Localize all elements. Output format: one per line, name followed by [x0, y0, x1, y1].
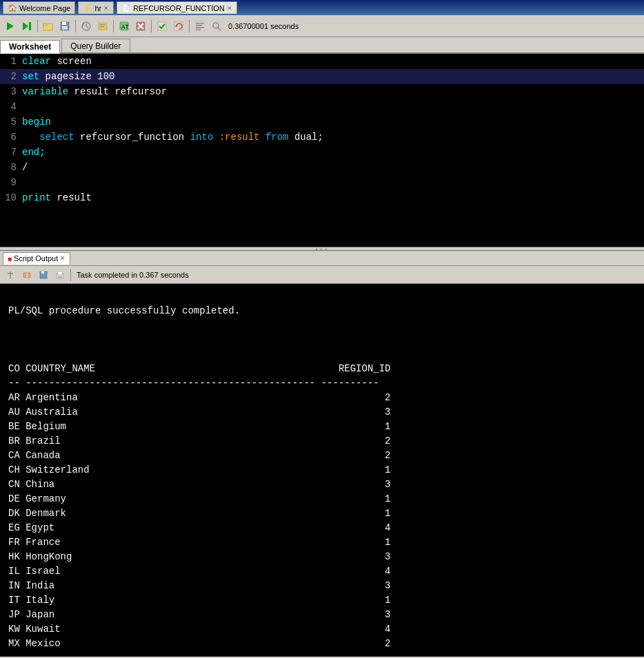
search-icon [211, 21, 222, 32]
line-number: 5 [0, 116, 22, 127]
history-icon [81, 21, 92, 32]
autotrace-button[interactable]: AT [117, 19, 132, 34]
output-status: Task completed in 0.367 seconds [77, 271, 189, 279]
output-tab-close[interactable]: ✕ [60, 255, 66, 262]
tab-refcursor-close[interactable]: ✕ [227, 5, 232, 12]
line-number: 2 [0, 71, 22, 82]
svg-rect-33 [58, 271, 62, 275]
line-content: print result [22, 192, 92, 203]
tab-query-builder[interactable]: Query Builder [61, 39, 130, 52]
line-content: variable result refcursor [22, 86, 167, 97]
tab-welcome[interactable]: 🏠 Welcome Page [3, 1, 75, 14]
eraser-icon [22, 270, 32, 280]
run-script-button[interactable] [19, 19, 34, 34]
svg-line-25 [218, 28, 221, 30]
pin-button[interactable] [3, 267, 18, 282]
history-button[interactable] [79, 19, 94, 34]
sep2 [75, 20, 76, 32]
output-tab-script[interactable]: ■ Script Output ✕ [3, 252, 70, 265]
line-number: 10 [0, 192, 22, 203]
output-content[interactable]: PL/SQL procedure successfully completed.… [0, 284, 644, 657]
explain-button[interactable] [95, 19, 110, 34]
sep5 [189, 20, 190, 32]
rollback-icon [173, 21, 184, 32]
open-button[interactable] [41, 19, 56, 34]
svg-text:AT: AT [121, 24, 129, 31]
editor-lines: 1clear screen2set pagesize 1003variable … [0, 54, 644, 247]
line-content: clear screen [22, 56, 92, 67]
line-content: end; [22, 147, 46, 158]
sep3 [113, 20, 114, 32]
autotrace-icon: AT [119, 21, 130, 32]
tab-worksheet[interactable]: Worksheet [0, 40, 60, 54]
tab-refcursor-label: REFCURSOR_FUNCTION [133, 4, 225, 12]
tab-hr-close[interactable]: ✕ [103, 5, 109, 12]
open-icon [43, 21, 54, 32]
save-output-icon [39, 270, 48, 280]
print-button[interactable] [52, 267, 68, 282]
pin-icon [6, 270, 15, 280]
line-number: 8 [0, 162, 22, 173]
timing-text: 0.36700001 seconds [228, 22, 299, 30]
line-content: select refcursor_function into :result f… [22, 132, 323, 143]
tab-hr-label: hr [94, 4, 101, 12]
clear-icon [135, 21, 146, 32]
output-tab-label: Script Output [14, 254, 58, 263]
commit-button[interactable] [154, 19, 170, 34]
svg-marker-0 [7, 22, 14, 30]
svg-point-24 [213, 23, 219, 28]
refcursor-icon: 📄 [121, 3, 131, 13]
output-toolbar: Task completed in 0.367 seconds [0, 266, 644, 284]
line-number: 7 [0, 147, 22, 158]
save-icon [59, 21, 70, 32]
output-header: ■ Script Output ✕ [0, 251, 644, 266]
run-button[interactable] [3, 19, 18, 34]
explain-icon [97, 21, 108, 32]
svg-rect-4 [43, 23, 47, 25]
hr-icon: ⚡ [83, 3, 92, 13]
editor-line: 8/ [0, 160, 644, 175]
sep1 [37, 20, 38, 32]
line-number: 1 [0, 56, 22, 67]
welcome-icon: 🏠 [8, 3, 17, 13]
clear-button[interactable] [133, 19, 148, 34]
editor-line: 10print result [0, 190, 644, 205]
line-number: 3 [0, 86, 22, 97]
clear-output-button[interactable] [19, 267, 34, 282]
editor-line: 2set pagesize 100 [0, 69, 644, 84]
svg-rect-2 [29, 22, 31, 30]
tab-welcome-label: Welcome Page [19, 4, 70, 12]
sep4 [151, 20, 152, 32]
main-toolbar: AT 0.3 [0, 15, 644, 37]
editor-line: 7end; [0, 145, 644, 160]
editor-line: 3variable result refcursor [0, 84, 644, 99]
run-script-icon [21, 21, 32, 32]
script-icon: ■ [8, 255, 12, 263]
editor-line: 5begin [0, 114, 644, 130]
editor-line: 6 select refcursor_function into :result… [0, 130, 644, 145]
tab-refcursor[interactable]: 📄 REFCURSOR_FUNCTION ✕ [117, 1, 237, 14]
svg-rect-31 [41, 271, 44, 274]
editor-line: 9 [0, 175, 644, 190]
line-content: set pagesize 100 [22, 71, 114, 82]
editor-line: 4 [0, 99, 644, 114]
output-sep1 [70, 269, 71, 281]
svg-rect-34 [58, 276, 62, 278]
search-button[interactable] [209, 19, 224, 34]
tab-bar: Worksheet Query Builder [0, 37, 644, 54]
svg-rect-17 [158, 22, 166, 30]
line-number: 6 [0, 132, 22, 143]
line-number: 9 [0, 177, 22, 188]
editor-area[interactable]: 1clear screen2set pagesize 1003variable … [0, 54, 644, 247]
line-content: begin [22, 116, 51, 127]
svg-rect-6 [62, 22, 66, 25]
tab-hr[interactable]: ⚡ hr ✕ [78, 1, 114, 14]
title-bar: 🏠 Welcome Page ⚡ hr ✕ 📄 REFCURSOR_FUNCTI… [0, 0, 644, 15]
svg-marker-1 [23, 22, 28, 30]
save-output-button[interactable] [36, 267, 51, 282]
rollback-button[interactable] [171, 19, 186, 34]
save-button[interactable] [57, 19, 72, 34]
print-icon [55, 270, 65, 280]
format-button[interactable] [192, 19, 208, 34]
line-content: / [22, 162, 28, 173]
